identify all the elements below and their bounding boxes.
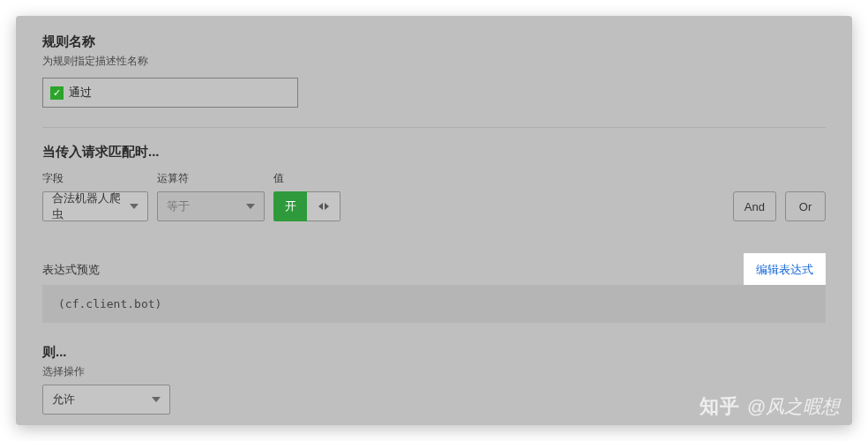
- and-button[interactable]: And: [733, 191, 776, 221]
- toggle-on-button[interactable]: 开: [273, 191, 307, 221]
- or-button[interactable]: Or: [785, 191, 826, 221]
- condition-row: 字段 合法机器人爬虫 运算符 等于 值 开: [42, 171, 826, 221]
- operator-label: 运算符: [157, 171, 265, 186]
- chevron-down-icon: [152, 397, 161, 402]
- chevron-down-icon: [246, 204, 255, 209]
- condition-section: 当传入请求匹配时... 字段 合法机器人爬虫 运算符 等于 值 开: [42, 144, 826, 221]
- expression-preview: (cf.client.bot): [42, 285, 826, 323]
- chevron-down-icon: [130, 204, 138, 209]
- operator-select[interactable]: 等于: [157, 191, 265, 221]
- field-label: 字段: [42, 171, 148, 186]
- arrow-left-icon: [318, 203, 323, 210]
- value-column: 值 开: [273, 171, 340, 221]
- value-toggle: 开: [273, 191, 340, 221]
- operator-column: 运算符 等于: [157, 171, 265, 221]
- expression-preview-label: 表达式预览: [42, 263, 100, 278]
- field-select-value: 合法机器人爬虫: [52, 191, 121, 222]
- check-icon: ✓: [50, 86, 64, 100]
- rule-name-value: 通过: [69, 85, 92, 101]
- rule-name-subtitle: 为规则指定描述性名称: [42, 54, 826, 69]
- expression-preview-header: 表达式预览 编辑表达式: [42, 253, 826, 285]
- rule-panel: 规则名称 为规则指定描述性名称 ✓ 通过 当传入请求匹配时... 字段 合法机器…: [16, 16, 852, 425]
- then-subtitle: 选择操作: [42, 364, 826, 379]
- condition-title: 当传入请求匹配时...: [42, 144, 826, 161]
- arrow-right-icon: [325, 203, 329, 210]
- action-select-value: 允许: [52, 392, 75, 407]
- operator-select-value: 等于: [167, 198, 190, 214]
- then-section: 则... 选择操作 允许: [42, 344, 826, 415]
- action-select[interactable]: 允许: [42, 385, 170, 415]
- value-label: 值: [273, 171, 340, 186]
- rule-name-section: 规则名称 为规则指定描述性名称 ✓ 通过: [42, 34, 826, 108]
- field-select[interactable]: 合法机器人爬虫: [42, 191, 148, 221]
- toggle-swap-button[interactable]: [307, 191, 340, 221]
- edit-expression-button[interactable]: 编辑表达式: [744, 253, 826, 285]
- rule-name-input[interactable]: ✓ 通过: [42, 78, 298, 108]
- rule-name-title: 规则名称: [42, 34, 826, 50]
- edit-expression-label: 编辑表达式: [756, 263, 813, 276]
- logic-buttons: And Or: [733, 191, 826, 221]
- then-title: 则...: [42, 344, 826, 361]
- divider: [42, 127, 826, 128]
- field-column: 字段 合法机器人爬虫: [42, 171, 148, 221]
